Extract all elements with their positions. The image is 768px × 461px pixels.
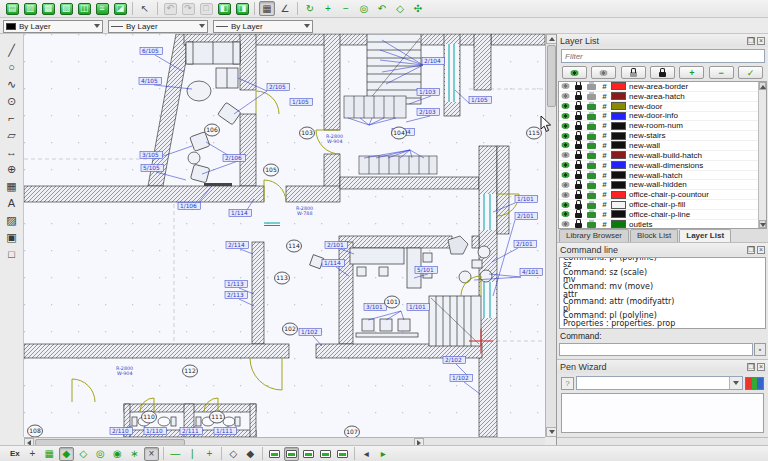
zoom-window-button[interactable]: ◇ (392, 1, 408, 16)
layer-lock-icon[interactable] (575, 204, 582, 209)
layer-visibility-icon[interactable] (561, 103, 570, 109)
layer-visibility-icon[interactable] (561, 133, 570, 139)
pen-linetype-combo[interactable]: By Layer (213, 20, 313, 33)
layer-color-swatch[interactable] (611, 201, 626, 209)
layer-row[interactable]: #new-wall (559, 141, 758, 151)
layer-visibility-icon[interactable] (561, 83, 570, 89)
save-as-button[interactable]: ▧ (58, 1, 74, 16)
view-mode-grid-button[interactable] (335, 447, 350, 461)
layer-lock-icon[interactable] (575, 174, 582, 179)
layer-visibility-icon[interactable] (561, 162, 570, 168)
print-preview-button[interactable]: ◫ (76, 1, 92, 16)
layer-print-icon[interactable] (587, 94, 596, 100)
layer-lock-icon[interactable] (575, 105, 582, 110)
pen-wizard-list[interactable] (561, 393, 764, 433)
layer-color-swatch[interactable] (611, 210, 626, 218)
set-relative-zero-button[interactable]: ◆ (243, 447, 258, 461)
layer-row[interactable]: #new-wall-hidden (559, 180, 758, 190)
layer-color-swatch[interactable] (611, 102, 626, 110)
layer-lock-icon[interactable] (575, 95, 582, 100)
layer-color-swatch[interactable] (611, 112, 626, 120)
hide-all-layers-button[interactable] (591, 66, 616, 79)
layer-construction-icon[interactable]: # (598, 82, 611, 91)
layer-color-swatch[interactable] (611, 220, 626, 228)
goto-relative-zero-button[interactable]: ◂ (359, 447, 374, 461)
layer-color-swatch[interactable] (611, 132, 626, 140)
layer-construction-icon[interactable]: # (598, 180, 611, 189)
exclusive-snap-label[interactable]: Ex (10, 449, 20, 458)
polyline-tool-button[interactable]: ⌐ (2, 110, 21, 126)
layer-lock-icon[interactable] (575, 213, 582, 218)
layer-color-swatch[interactable] (611, 181, 626, 189)
layer-print-icon[interactable] (587, 193, 596, 199)
layer-row[interactable]: #new-area-hatch (559, 92, 758, 102)
new-file-button[interactable]: ▤ (4, 1, 20, 16)
layer-construction-icon[interactable]: # (598, 220, 611, 229)
undo-button[interactable]: ↶ (162, 1, 178, 16)
layer-visibility-icon[interactable] (561, 123, 570, 129)
layer-construction-icon[interactable]: # (598, 200, 611, 209)
layer-color-swatch[interactable] (611, 92, 626, 100)
modify-tool-button[interactable]: ▦ (2, 178, 21, 194)
layer-color-swatch[interactable] (611, 151, 626, 159)
snap-distance-button[interactable]: ∗ (127, 447, 142, 461)
snap-center-button[interactable]: ◎ (93, 447, 108, 461)
layer-color-swatch[interactable] (611, 171, 626, 179)
layer-construction-icon[interactable]: # (598, 131, 611, 140)
layer-print-icon[interactable] (587, 134, 596, 140)
layer-color-swatch[interactable] (611, 122, 626, 130)
tab-library-browser[interactable]: Library Browser (559, 229, 629, 242)
layer-lock-icon[interactable] (575, 154, 582, 159)
view-mode-preview-button[interactable] (301, 447, 316, 461)
view-mode-normal-button[interactable] (267, 447, 282, 461)
select-tool-button[interactable]: ▱ (2, 127, 21, 143)
redo-button[interactable]: ↷ (180, 1, 196, 16)
circle-tool-button[interactable]: ○ (2, 59, 21, 75)
layer-construction-icon[interactable]: # (598, 171, 611, 180)
pen-wizard-combo[interactable] (576, 376, 743, 390)
layer-visibility-icon[interactable] (561, 192, 570, 198)
layer-filter-input[interactable] (561, 49, 765, 63)
layer-lock-icon[interactable] (575, 184, 582, 189)
dimension-tool-button[interactable]: ↔ (2, 144, 21, 160)
goto-absolute-zero-button[interactable]: ▸ (376, 447, 391, 461)
pen-color-combo[interactable]: By Layer (3, 20, 103, 33)
layer-row[interactable]: #office-chair-p-line (559, 210, 758, 220)
layer-list-scrollbar[interactable] (758, 82, 766, 228)
show-all-layers-button[interactable] (562, 66, 587, 79)
layer-row[interactable]: #outlets (559, 220, 758, 229)
layer-row[interactable]: #new-wall-build-hatch (559, 151, 758, 161)
zoom-out-button[interactable]: − (338, 1, 354, 16)
restrict-vertical-button[interactable]: | (185, 447, 200, 461)
lock-all-layers-button[interactable] (650, 66, 675, 79)
layer-visibility-icon[interactable] (561, 172, 570, 178)
open-file-button[interactable]: ▥ (22, 1, 38, 16)
layer-print-icon[interactable] (587, 104, 596, 110)
zoom-auto-button[interactable]: ◎ (356, 1, 372, 16)
vertical-scroll-thumb[interactable] (547, 45, 556, 107)
layer-print-icon[interactable] (587, 143, 596, 149)
layer-print-icon[interactable] (587, 124, 596, 130)
undock-icon[interactable]: ❐ (747, 37, 755, 45)
undock-icon[interactable]: ❐ (747, 246, 755, 254)
layer-print-icon[interactable] (587, 203, 596, 209)
command-history[interactable]: Command: pl (polyline)szCommand: sz (sca… (559, 257, 766, 329)
isometric-grid-button[interactable]: ∠ (277, 1, 293, 16)
spline-tool-button[interactable]: ∿ (2, 76, 21, 92)
layer-print-icon[interactable] (587, 163, 596, 169)
drawing-canvas[interactable]: 6/1054/1052/1051/1053/1055/1052/1061/106… (24, 34, 545, 437)
layer-row[interactable]: #new-wall-hatch (559, 171, 758, 181)
modify-layer-button[interactable]: ✓ (738, 66, 763, 79)
layer-construction-icon[interactable]: # (598, 151, 611, 160)
layer-lock-icon[interactable] (575, 115, 582, 120)
close-icon[interactable]: × (757, 246, 765, 254)
view-mode-draft-button[interactable] (284, 447, 299, 461)
zoom-pan-button[interactable]: ✣ (410, 1, 426, 16)
snap-intersection-button[interactable]: × (144, 447, 159, 461)
layer-visibility-icon[interactable] (561, 113, 570, 119)
insert-tool-button[interactable]: ⊕ (2, 161, 21, 177)
text-tool-button[interactable]: A (2, 195, 21, 211)
command-options-button[interactable]: ▪ (754, 343, 766, 356)
redraw-button[interactable]: ↻ (302, 1, 318, 16)
layer-construction-icon[interactable]: # (598, 210, 611, 219)
